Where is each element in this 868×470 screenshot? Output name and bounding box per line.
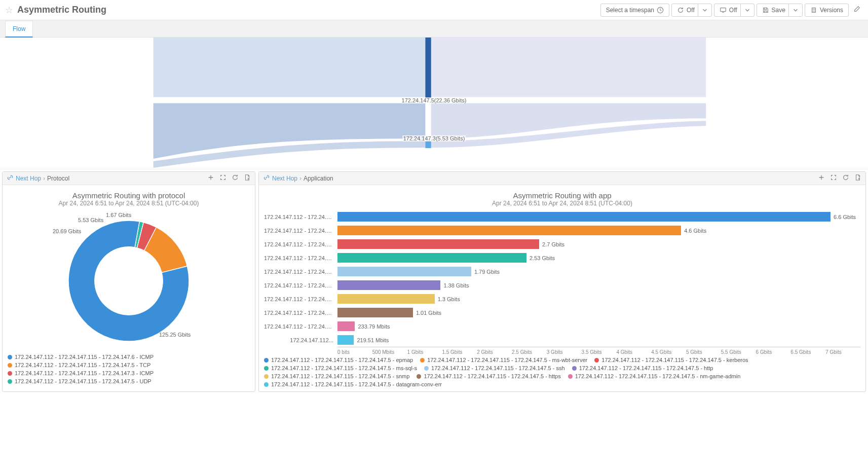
swatch-icon <box>572 366 577 371</box>
x-tick: 6.5 Gbits <box>790 349 825 355</box>
legend-item[interactable]: 172.24.147.112 - 172.24.147.115 - 172.24… <box>8 354 250 360</box>
expand-icon[interactable] <box>830 174 837 183</box>
export-icon[interactable] <box>854 174 861 183</box>
bar-track[interactable]: 1.3 Gbits <box>337 294 860 304</box>
chevron-right-icon: › <box>43 175 45 182</box>
legend-item[interactable]: 172.24.147.112 - 172.24.147.115 - 172.24… <box>572 365 713 371</box>
panel-protocol: Next Hop › Protocol Asymmetric Routing w… <box>2 171 255 392</box>
pencil-icon <box>853 6 860 13</box>
bar-fill: 6.6 Gbits <box>337 212 831 222</box>
bar-fill: 1.38 Gbits <box>337 280 440 290</box>
legend-item[interactable]: 172.24.147.112 - 172.24.147.115 - 172.24… <box>8 378 250 384</box>
bar-value: 2.53 Gbits <box>530 255 555 261</box>
bar-track[interactable]: 233.79 Mbits <box>337 321 860 331</box>
legend-item[interactable]: 172.24.147.112 - 172.24.147.115 - 172.24… <box>594 357 748 363</box>
x-tick: 1 Gbits <box>407 349 442 355</box>
bar-track[interactable]: 1.79 Gbits <box>337 267 860 276</box>
tabs-bar: Flow <box>0 20 868 38</box>
refresh-dropdown[interactable] <box>698 4 712 17</box>
swatch-icon <box>8 371 12 376</box>
swatch-icon <box>568 374 573 379</box>
chevron-down-icon <box>792 7 799 14</box>
crumb-next-hop[interactable]: Next Hop <box>272 175 297 182</box>
export-icon[interactable] <box>244 174 251 183</box>
display-dropdown[interactable] <box>740 4 754 17</box>
panel-app-header: Next Hop › Application <box>259 172 865 185</box>
display-off-button[interactable]: Off <box>714 4 743 17</box>
panel-protocol-title: Asymmetric Routing with protocol <box>8 191 250 200</box>
favorite-star-icon[interactable]: ☆ <box>5 5 13 16</box>
legend-item[interactable]: 172.24.147.112 - 172.24.147.115 - 172.24… <box>417 373 560 379</box>
panel-protocol-header: Next Hop › Protocol <box>3 172 255 185</box>
x-tick: 6 Gbits <box>756 349 791 355</box>
legend-item[interactable]: 172.24.147.112 - 172.24.147.115 - 172.24… <box>264 381 442 387</box>
bar-category: 172.24.147.112 - 172.24.147.1... <box>264 323 337 330</box>
page-header: ☆ Asymmetric Routing Select a timespan O… <box>0 0 868 20</box>
bar-track[interactable]: 219.51 Mbits <box>337 335 860 345</box>
expand-icon[interactable] <box>219 174 227 183</box>
bar-fill: 1.3 Gbits <box>337 294 435 304</box>
swatch-icon <box>264 374 269 379</box>
swatch-icon <box>417 374 421 379</box>
x-tick: 2 Gbits <box>477 349 512 355</box>
link-icon <box>263 174 270 183</box>
bar-category: 172.24.147.112 - 172.24.147.1... <box>264 228 337 234</box>
bar-category: 172.24.147.112... <box>264 337 337 343</box>
bar-row: 172.24.147.112 - 172.24.147.1... 1.79 Gb… <box>264 265 860 278</box>
refresh-off-button[interactable]: Off <box>671 4 700 17</box>
legend-item[interactable]: 172.24.147.112 - 172.24.147.115 - 172.24… <box>264 365 417 371</box>
legend-item[interactable]: 172.24.147.112 - 172.24.147.115 - 172.24… <box>424 365 565 371</box>
legend-item[interactable]: 172.24.147.112 - 172.24.147.115 - 172.24… <box>420 357 587 363</box>
save-button[interactable]: Save <box>757 4 791 17</box>
swatch-icon <box>8 355 12 359</box>
panel-app-subtitle: Apr 24, 2024 6:51 to Apr 24, 2024 8:51 (… <box>264 200 860 207</box>
panels-row: Next Hop › Protocol Asymmetric Routing w… <box>0 169 868 394</box>
bar-track[interactable]: 2.53 Gbits <box>337 253 860 263</box>
x-tick: 3 Gbits <box>547 349 582 355</box>
bar-category: 172.24.147.112 - 172.24.147.1... <box>264 310 337 316</box>
save-icon <box>762 7 769 14</box>
bar-fill: 219.51 Mbits <box>337 335 354 345</box>
x-tick: 2.5 Gbits <box>512 349 547 355</box>
save-dropdown[interactable] <box>788 4 803 17</box>
swatch-icon <box>8 379 12 384</box>
edit-button[interactable] <box>851 3 863 17</box>
bar-fill: 4.6 Gbits <box>337 226 681 235</box>
versions-icon <box>810 7 817 14</box>
legend-application: 172.24.147.112 - 172.24.147.115 - 172.24… <box>264 355 860 389</box>
versions-button[interactable]: Versions <box>805 4 849 17</box>
x-tick: 1.5 Gbits <box>442 349 477 355</box>
add-icon[interactable] <box>207 174 214 183</box>
legend-item[interactable]: 172.24.147.112 - 172.24.147.115 - 172.24… <box>264 357 413 363</box>
bar-track[interactable]: 1.01 Gbits <box>337 308 860 317</box>
legend-item[interactable]: 172.24.147.112 - 172.24.147.115 - 172.24… <box>8 370 250 376</box>
bar-track[interactable]: 6.6 Gbits <box>337 212 860 222</box>
header-actions: Select a timespan Off Off Save <box>600 3 863 17</box>
tab-flow[interactable]: Flow <box>5 21 33 38</box>
bar-row: 172.24.147.112 - 172.24.147.1... 6.6 Gbi… <box>264 210 860 224</box>
monitor-icon <box>720 7 727 14</box>
bar-track[interactable]: 1.38 Gbits <box>337 280 860 290</box>
timespan-button[interactable]: Select a timespan <box>600 4 669 17</box>
refresh-icon[interactable] <box>232 174 239 183</box>
panel-application: Next Hop › Application Asymmetric Routin… <box>258 171 866 392</box>
chevron-down-icon <box>744 7 751 14</box>
swatch-icon <box>264 382 269 387</box>
x-tick: 4 Gbits <box>616 349 651 355</box>
chevron-down-icon <box>701 7 708 14</box>
refresh-icon[interactable] <box>842 174 849 183</box>
bar-fill: 2.53 Gbits <box>337 253 526 263</box>
legend-item[interactable]: 172.24.147.112 - 172.24.147.115 - 172.24… <box>568 373 741 379</box>
crumb-next-hop[interactable]: Next Hop <box>16 175 41 182</box>
bar-track[interactable]: 4.6 Gbits <box>337 226 860 235</box>
x-tick: 5.5 Gbits <box>721 349 756 355</box>
add-icon[interactable] <box>818 174 825 183</box>
bar-track[interactable]: 2.7 Gbits <box>337 239 860 249</box>
bar-row: 172.24.147.112 - 172.24.147.1... 1.38 Gb… <box>264 278 860 292</box>
link-icon <box>7 174 14 183</box>
legend-item[interactable]: 172.24.147.112 - 172.24.147.115 - 172.24… <box>8 362 250 368</box>
clock-icon <box>657 7 664 14</box>
bar-category: 172.24.147.112 - 172.24.147.1... <box>264 214 337 220</box>
legend-item[interactable]: 172.24.147.112 - 172.24.147.115 - 172.24… <box>264 373 409 379</box>
swatch-icon <box>424 366 429 371</box>
